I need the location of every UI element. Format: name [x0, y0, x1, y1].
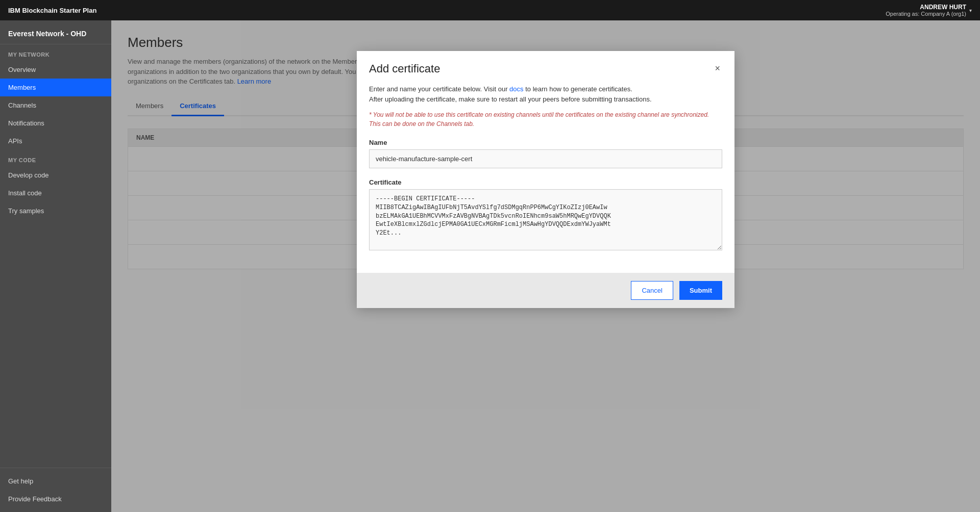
modal-warning: * You will not be able to use this certi…	[369, 110, 722, 129]
certificate-label: Certificate	[369, 178, 722, 186]
sidebar-item-channels[interactable]: Channels	[0, 96, 111, 114]
chevron-down-icon: ▾	[969, 8, 972, 13]
sidebar-item-get-help[interactable]: Get help	[0, 472, 111, 490]
sidebar-item-apis[interactable]: APIs	[0, 132, 111, 150]
sidebar-item-members[interactable]: Members	[0, 79, 111, 96]
network-name: Everest Network - OHD	[0, 20, 111, 44]
certificate-textarea[interactable]	[369, 189, 722, 250]
close-button[interactable]: ×	[713, 61, 722, 76]
modal-header: Add certificate ×	[357, 51, 734, 84]
topbar: IBM Blockchain Starter Plan ANDREW HURT …	[0, 0, 980, 20]
sidebar-item-install-code[interactable]: Install code	[0, 184, 111, 202]
brand-label: IBM Blockchain Starter Plan	[8, 7, 96, 14]
modal-title: Add certificate	[369, 62, 440, 75]
sidebar-item-provide-feedback[interactable]: Provide Feedback	[0, 490, 111, 508]
name-input[interactable]	[369, 149, 722, 168]
sidebar: Everest Network - OHD MY NETWORK Overvie…	[0, 20, 111, 512]
name-field-group: Name	[369, 139, 722, 168]
sidebar-item-overview[interactable]: Overview	[0, 61, 111, 79]
modal-footer: Cancel Submit	[357, 273, 734, 308]
modal-intro: Enter and name your certificate below. V…	[369, 84, 722, 104]
user-info[interactable]: ANDREW HURT Operating as: Company A (org…	[886, 4, 972, 17]
docs-link[interactable]: docs	[509, 85, 523, 93]
modal-body: Enter and name your certificate below. V…	[357, 84, 734, 273]
certificate-field-group: Certificate	[369, 178, 722, 252]
sidebar-item-try-samples[interactable]: Try samples	[0, 202, 111, 220]
submit-button[interactable]: Submit	[679, 281, 722, 300]
user-name: ANDREW HURT	[886, 4, 966, 11]
name-label: Name	[369, 139, 722, 146]
add-certificate-modal: Add certificate × Enter and name your ce…	[357, 51, 734, 308]
sidebar-item-develop-code[interactable]: Develop code	[0, 166, 111, 184]
my-network-label: MY NETWORK	[0, 44, 111, 61]
user-role: Operating as: Company A (org1)	[886, 11, 966, 17]
my-code-label: MY CODE	[0, 150, 111, 166]
modal-overlay: Add certificate × Enter and name your ce…	[111, 20, 980, 512]
sidebar-bottom: Get help Provide Feedback	[0, 468, 111, 512]
sidebar-item-notifications[interactable]: Notifications	[0, 114, 111, 132]
cancel-button[interactable]: Cancel	[631, 281, 673, 300]
